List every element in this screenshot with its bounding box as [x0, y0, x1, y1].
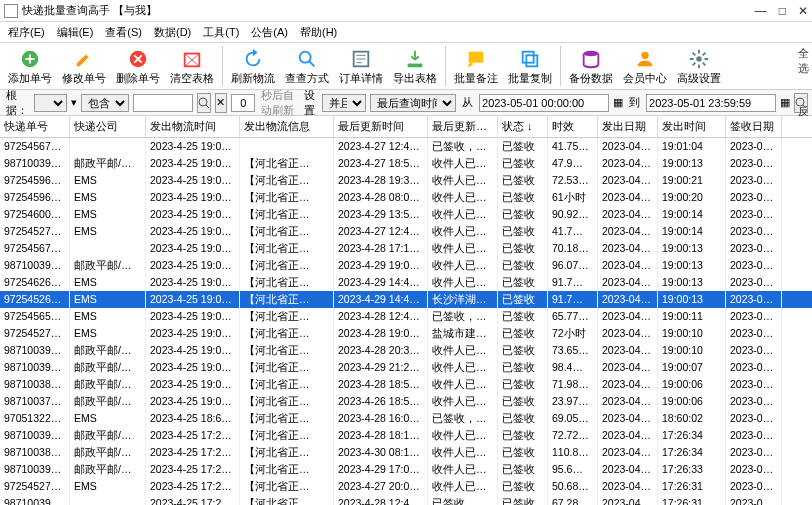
- column-header[interactable]: 时效: [548, 116, 598, 137]
- table-row[interactable]: 972546008…EMS2023-4-25 19:00:14【河北省正…202…: [0, 206, 812, 223]
- maximize-button[interactable]: □: [779, 4, 786, 18]
- menu-notice[interactable]: 公告(A): [247, 25, 292, 40]
- column-header[interactable]: 状态 ↓: [498, 116, 548, 137]
- cell: 17:26:34: [658, 427, 726, 444]
- menu-view[interactable]: 查看(S): [101, 25, 146, 40]
- toolbar-del-button[interactable]: 删除单号: [112, 44, 164, 88]
- toolbar-refresh-button[interactable]: 刷新物流: [227, 44, 279, 88]
- table-row[interactable]: 987100389…邮政平邮/小包2023-4-25 19:00:06【河北省正…: [0, 376, 812, 393]
- table-row[interactable]: 972545967…EMS2023-4-25 19:00:20【河北省正…202…: [0, 189, 812, 206]
- close-button[interactable]: ✕: [798, 4, 808, 18]
- cell: 2023-4-27 20:05:13: [334, 478, 428, 495]
- table-row[interactable]: 987100392…邮政平邮/小包2023-4-25 17:26:34【河北省正…: [0, 427, 812, 444]
- cell: 972545675…: [0, 138, 70, 155]
- table-row[interactable]: 987100394…邮政平邮/小包2023-4-25 19:00:13【河北省正…: [0, 155, 812, 172]
- table-row[interactable]: 972545271…EMS2023-4-25 19:00:10【河北省正…202…: [0, 325, 812, 342]
- column-header[interactable]: 发出日期: [598, 116, 658, 137]
- cell: 已签收: [498, 478, 548, 495]
- menu-bar: 程序(E) 编辑(E) 查看(S) 数据(D) 工具(T) 公告(A) 帮助(H…: [0, 22, 812, 42]
- svg-rect-7: [523, 51, 534, 62]
- cell: 2023-04-30: [726, 444, 782, 461]
- table-row[interactable]: 972545967…EMS2023-4-25 19:00:21【河北省正…202…: [0, 172, 812, 189]
- cell: EMS: [70, 274, 146, 291]
- toolbar-remark-button[interactable]: 批量备注: [450, 44, 502, 88]
- menu-tools[interactable]: 工具(T): [199, 25, 243, 40]
- menu-program[interactable]: 程序(E): [4, 25, 49, 40]
- menu-edit[interactable]: 编辑(E): [53, 25, 98, 40]
- toolbar-querymode-button[interactable]: 查查方式: [281, 44, 333, 88]
- menu-data[interactable]: 数据(D): [150, 25, 195, 40]
- toolbar-copy-button[interactable]: 批量复制: [504, 44, 556, 88]
- table-row[interactable]: 970513225…EMS2023-4-25 18:60:02【河北省正…202…: [0, 410, 812, 427]
- table-row[interactable]: 987100392…邮政平邮/小包2023-4-25 19:00:07【河北省正…: [0, 359, 812, 376]
- column-header[interactable]: 发出物流信息: [240, 116, 334, 137]
- toolbar-detail-button[interactable]: 订单详情: [335, 44, 387, 88]
- column-header[interactable]: 最后更新物流: [428, 116, 498, 137]
- table-row[interactable]: 972546264…EMS2023-4-25 19:00:13【河北省正…202…: [0, 274, 812, 291]
- table-row[interactable]: 987100391…邮政平邮/小包2023-4-25 19:00:13【河北省正…: [0, 257, 812, 274]
- filter-search-button[interactable]: [197, 93, 211, 113]
- cell: 2023-4-25 19:00:10: [146, 325, 240, 342]
- column-header[interactable]: 快递单号: [0, 116, 70, 137]
- toolbar-add-button[interactable]: 添加单号: [4, 44, 56, 88]
- column-header[interactable]: 快递公司: [70, 116, 146, 137]
- cell: 收件人已取…: [428, 342, 498, 359]
- filter-op-select[interactable]: 包含: [81, 94, 129, 112]
- cell: 2023-04-25: [598, 257, 658, 274]
- table-row[interactable]: 987100394…邮政平邮/小包2023-4-25 17:26:33【河北省正…: [0, 461, 812, 478]
- settings-link[interactable]: 设置: [302, 88, 318, 118]
- table-row[interactable]: 987100386…邮政平邮/小包2023-4-25 17:26:34【河北省正…: [0, 444, 812, 461]
- cell: 收件人已取…: [428, 376, 498, 393]
- cell: 2023-4-25 19:00:06: [146, 393, 240, 410]
- table-row[interactable]: 972545675…2023-4-25 19:01:042023-4-27 12…: [0, 138, 812, 155]
- refresh-icon: [241, 47, 265, 71]
- table-row[interactable]: 972545271…EMS2023-4-25 17:26:31【河北省正…202…: [0, 478, 812, 495]
- toolbar-edit-button[interactable]: 修改单号: [58, 44, 110, 88]
- toolbar-advset-button[interactable]: 高级设置: [673, 44, 725, 88]
- cell: EMS: [70, 189, 146, 206]
- filter-time-select[interactable]: 最后查询时间: [370, 94, 456, 112]
- cell: 已签收: [498, 376, 548, 393]
- column-header[interactable]: 发出物流时间: [146, 116, 240, 137]
- toolbar-member-button[interactable]: 会员中心: [619, 44, 671, 88]
- filter-and-select[interactable]: 并且: [322, 94, 366, 112]
- refresh-count-input[interactable]: [231, 94, 255, 112]
- cell: 2023-04-28: [726, 172, 782, 189]
- menu-help[interactable]: 帮助(H): [296, 25, 341, 40]
- filter-clear-button[interactable]: ✕: [215, 93, 228, 113]
- column-header[interactable]: 发出时间: [658, 116, 726, 137]
- minimize-button[interactable]: —: [755, 4, 767, 18]
- cell: 2023-04-26: [726, 393, 782, 410]
- filter-field-select[interactable]: [34, 94, 67, 112]
- svg-line-13: [206, 105, 209, 108]
- svg-point-12: [199, 98, 207, 106]
- calendar-from-icon[interactable]: ▦: [613, 96, 623, 109]
- table-row[interactable]: 987100395…2023-4-25 17:26:31【河北省正…2023-4…: [0, 495, 812, 505]
- filter-value-input[interactable]: [133, 94, 193, 112]
- select-all-label[interactable]: 全选: [794, 46, 812, 76]
- column-header[interactable]: 签收日期: [726, 116, 782, 137]
- calendar-to-icon[interactable]: ▦: [780, 96, 790, 109]
- toolbar-clear-button[interactable]: 清空表格: [166, 44, 218, 88]
- cell: EMS: [70, 478, 146, 495]
- cell: 【河北省正…: [240, 495, 334, 505]
- cell: 19:01:04: [658, 138, 726, 155]
- table-row[interactable]: 987100376…邮政平邮/小包2023-4-25 19:00:06【河北省正…: [0, 393, 812, 410]
- cell: 96.07小时: [548, 257, 598, 274]
- cell: 71.98小时: [548, 376, 598, 393]
- table-row[interactable]: 972545658…EMS2023-4-25 19:00:11【河北省正…202…: [0, 308, 812, 325]
- date-to-input[interactable]: [646, 94, 776, 112]
- toolbar-export-button[interactable]: 导出表格: [389, 44, 441, 88]
- cell: 已签收: [498, 325, 548, 342]
- table-row[interactable]: 972545266…EMS2023-4-25 19:00:13【河北省正…202…: [0, 291, 812, 308]
- date-from-input[interactable]: [479, 94, 609, 112]
- table-row[interactable]: 987100395…邮政平邮/小包2023-4-25 19:00:10【河北省正…: [0, 342, 812, 359]
- cell: 2023-4-25 19:00:07: [146, 359, 240, 376]
- querymode-icon: [295, 47, 319, 71]
- table-row[interactable]: 972545673…2023-4-25 19:00:13【河北省正…2023-4…: [0, 240, 812, 257]
- cell: 【河北省正…: [240, 189, 334, 206]
- toolbar-remark-label: 批量备注: [454, 71, 498, 86]
- toolbar-backup-button[interactable]: 备份数据: [565, 44, 617, 88]
- column-header[interactable]: 最后更新时间: [334, 116, 428, 137]
- table-row[interactable]: 972545278…EMS2023-4-25 19:00:14【河北省正…202…: [0, 223, 812, 240]
